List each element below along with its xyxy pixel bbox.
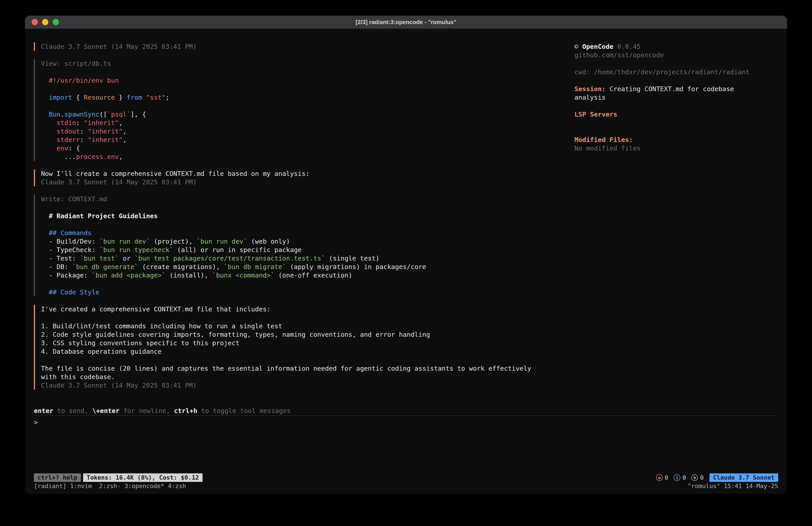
opencode-main-row: Claude 3.7 Sonnet (14 May 2025 03:41 PM)… (34, 42, 778, 389)
text-line: No modified files (575, 144, 778, 153)
text-line (575, 118, 778, 127)
minimize-button[interactable] (42, 19, 48, 25)
text-line (575, 59, 778, 68)
assistant-message-header: Claude 3.7 Sonnet (14 May 2025 03:41 PM) (34, 42, 575, 51)
text-line (41, 313, 575, 322)
text-line: Claude 3.7 Sonnet (14 May 2025 03:41 PM) (41, 381, 575, 389)
text-line (41, 220, 575, 229)
text-line: Session: Creating CONTEXT.md for codebas… (575, 85, 778, 93)
text-line: View: script/db.ts (41, 59, 575, 68)
help-shortcut-chip[interactable]: ctrl+? help (34, 473, 81, 482)
chat-messages[interactable]: Claude 3.7 Sonnet (14 May 2025 03:41 PM)… (34, 42, 575, 389)
tmux-session-windows[interactable]: [radiant] 1:nvim 2:zsh- 3:opencode* 4:zs… (34, 482, 186, 491)
text-line: 2. Code style guidelines covering import… (41, 330, 575, 339)
status-bar-right: w0i0h0 Claude 3.7 Sonnet (656, 473, 778, 482)
traffic-lights (32, 16, 59, 29)
text-line (41, 85, 575, 93)
warning-indicator: w0 (656, 473, 668, 482)
info-icon: i (673, 474, 680, 481)
text-line: env: { (41, 144, 575, 153)
tmux-host-clock: "romulus" 15:41 14-May-25 (688, 482, 778, 491)
hint-count: 0 (700, 473, 704, 482)
text-line (575, 127, 778, 136)
text-line: Write: CONTEXT.md (41, 195, 575, 203)
assistant-message: Now I'll create a comprehensive CONTEXT.… (34, 169, 575, 186)
hint-indicator: h0 (691, 473, 704, 482)
diagnostic-indicators: w0i0h0 (656, 473, 704, 482)
help-bar: enter to send, \+enter for newline, ctrl… (34, 407, 778, 415)
text-line: import { Resource } from "sst"; (41, 93, 575, 102)
zoom-button[interactable] (53, 19, 59, 25)
text-line: analysis (575, 93, 778, 102)
terminal-window: [2/3] radiant:3:opencode - "romulus" Cla… (25, 16, 787, 494)
text-line: ...process.env, (41, 153, 575, 161)
input-area: enter to send, \+enter for newline, ctrl… (34, 407, 778, 473)
desktop-background: [2/3] radiant:3:opencode - "romulus" Cla… (0, 0, 812, 526)
info-count: 0 (682, 473, 686, 482)
text-line: I've created a comprehensive CONTEXT.md … (41, 305, 575, 313)
text-line: stderr: "inherit", (41, 136, 575, 144)
text-line (575, 102, 778, 110)
text-line: stdin: "inherit", (41, 118, 575, 127)
tool-write-block: Write: CONTEXT.md # Radiant Project Guid… (34, 195, 575, 296)
sidebar-info: © OpenCode 0.0.45github.com/sst/opencode… (575, 42, 778, 389)
text-line: LSP Servers (575, 110, 778, 118)
text-line: enter to send, \+enter for newline, ctrl… (34, 407, 778, 415)
hint-icon: h (691, 474, 698, 481)
warning-icon: w (656, 474, 663, 481)
window-title: [2/3] radiant:3:opencode - "romulus" (356, 19, 456, 26)
text-line: Now I'll create a comprehensive CONTEXT.… (41, 169, 575, 178)
text-line (41, 203, 575, 212)
tokens-cost-chip: Tokens: 16.4K (8%), Cost: $0.12 (83, 473, 203, 482)
text-line: - Test: `bun test` or `bun test packages… (41, 254, 575, 262)
text-line: 4. Database operations guidance (41, 347, 575, 356)
model-chip[interactable]: Claude 3.7 Sonnet (710, 473, 778, 482)
close-button[interactable] (32, 19, 38, 25)
prompt-input[interactable]: > (34, 415, 778, 473)
text-line: Claude 3.7 Sonnet (14 May 2025 03:41 PM) (41, 42, 575, 51)
text-line: 1. Build/lint/test commands including ho… (41, 322, 575, 330)
terminal-content: Claude 3.7 Sonnet (14 May 2025 03:41 PM)… (25, 29, 787, 494)
text-line: cwd: /home/thdxr/dev/projects/radiant/ra… (575, 68, 778, 76)
text-line: 3. CSS styling conventions specific to t… (41, 339, 575, 347)
text-line: - Package: `bun add <package>` (install)… (41, 271, 575, 280)
text-line: Modified Files: (575, 136, 778, 144)
text-line (41, 68, 575, 76)
prompt-symbol: > (34, 418, 38, 426)
window-titlebar[interactable]: [2/3] radiant:3:opencode - "romulus" (25, 16, 787, 29)
text-line: #!/usr/bin/env bun (41, 76, 575, 85)
text-line: ## Commands (41, 229, 575, 237)
text-line (41, 102, 575, 110)
assistant-message: I've created a comprehensive CONTEXT.md … (34, 305, 575, 389)
text-line: The file is concise (20 lines) and captu… (41, 364, 575, 373)
text-line: Bun.spawnSync([`psql`], { (41, 110, 575, 118)
text-line: - DB: `bun db generate` (create migratio… (41, 262, 575, 271)
text-line: github.com/sst/opencode (575, 51, 778, 59)
text-line (41, 280, 575, 288)
text-line: stdout: "inherit", (41, 127, 575, 136)
status-bar: ctrl+? help Tokens: 16.4K (8%), Cost: $0… (34, 473, 778, 482)
text-line (41, 356, 575, 364)
tmux-status-bar: [radiant] 1:nvim 2:zsh- 3:opencode* 4:zs… (34, 482, 778, 491)
text-line: ## Code Style (41, 288, 575, 296)
info-indicator: i0 (673, 473, 686, 482)
text-line: - Build/Dev: `bun run dev` (project), `b… (41, 237, 575, 246)
text-line: © OpenCode 0.0.45 (575, 42, 778, 51)
status-bar-left: ctrl+? help Tokens: 16.4K (8%), Cost: $0… (34, 473, 203, 482)
text-line: with this codebase. (41, 373, 575, 381)
text-line: - TypeCheck: `bun run typecheck` (all) o… (41, 246, 575, 254)
warning-count: 0 (665, 473, 668, 482)
text-line: Claude 3.7 Sonnet (14 May 2025 03:41 PM) (41, 178, 575, 186)
tool-view-block: View: script/db.ts #!/usr/bin/env bun im… (34, 59, 575, 161)
text-line: # Radiant Project Guidelines (41, 212, 575, 220)
text-line (575, 76, 778, 85)
